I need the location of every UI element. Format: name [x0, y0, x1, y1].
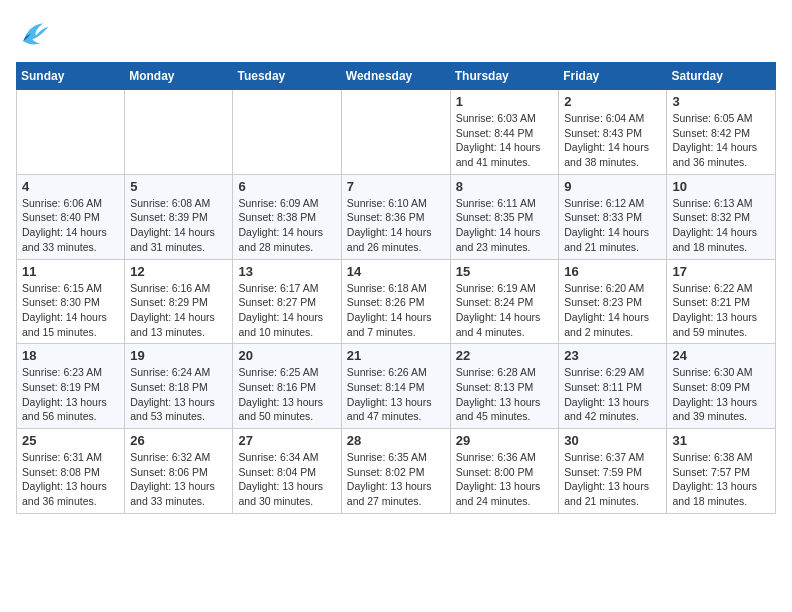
- calendar-cell: 28Sunrise: 6:35 AM Sunset: 8:02 PM Dayli…: [341, 429, 450, 514]
- calendar-cell: 13Sunrise: 6:17 AM Sunset: 8:27 PM Dayli…: [233, 259, 341, 344]
- day-info: Sunrise: 6:05 AM Sunset: 8:42 PM Dayligh…: [672, 111, 770, 170]
- day-number: 31: [672, 433, 770, 448]
- calendar-cell: [125, 90, 233, 175]
- calendar-cell: 5Sunrise: 6:08 AM Sunset: 8:39 PM Daylig…: [125, 174, 233, 259]
- day-info: Sunrise: 6:31 AM Sunset: 8:08 PM Dayligh…: [22, 450, 119, 509]
- weekday-header-monday: Monday: [125, 63, 233, 90]
- day-info: Sunrise: 6:28 AM Sunset: 8:13 PM Dayligh…: [456, 365, 554, 424]
- calendar-cell: 21Sunrise: 6:26 AM Sunset: 8:14 PM Dayli…: [341, 344, 450, 429]
- day-number: 16: [564, 264, 661, 279]
- day-number: 1: [456, 94, 554, 109]
- day-number: 10: [672, 179, 770, 194]
- day-info: Sunrise: 6:04 AM Sunset: 8:43 PM Dayligh…: [564, 111, 661, 170]
- weekday-header-tuesday: Tuesday: [233, 63, 341, 90]
- day-number: 24: [672, 348, 770, 363]
- weekday-header-sunday: Sunday: [17, 63, 125, 90]
- day-info: Sunrise: 6:29 AM Sunset: 8:11 PM Dayligh…: [564, 365, 661, 424]
- page-header: [16, 16, 776, 52]
- day-info: Sunrise: 6:30 AM Sunset: 8:09 PM Dayligh…: [672, 365, 770, 424]
- calendar-week-row: 11Sunrise: 6:15 AM Sunset: 8:30 PM Dayli…: [17, 259, 776, 344]
- day-info: Sunrise: 6:12 AM Sunset: 8:33 PM Dayligh…: [564, 196, 661, 255]
- weekday-header-friday: Friday: [559, 63, 667, 90]
- logo: [16, 16, 56, 52]
- calendar-cell: 7Sunrise: 6:10 AM Sunset: 8:36 PM Daylig…: [341, 174, 450, 259]
- calendar-cell: 15Sunrise: 6:19 AM Sunset: 8:24 PM Dayli…: [450, 259, 559, 344]
- calendar-cell: [17, 90, 125, 175]
- day-number: 5: [130, 179, 227, 194]
- calendar-cell: 8Sunrise: 6:11 AM Sunset: 8:35 PM Daylig…: [450, 174, 559, 259]
- day-info: Sunrise: 6:09 AM Sunset: 8:38 PM Dayligh…: [238, 196, 335, 255]
- calendar-cell: 16Sunrise: 6:20 AM Sunset: 8:23 PM Dayli…: [559, 259, 667, 344]
- day-info: Sunrise: 6:22 AM Sunset: 8:21 PM Dayligh…: [672, 281, 770, 340]
- calendar-week-row: 25Sunrise: 6:31 AM Sunset: 8:08 PM Dayli…: [17, 429, 776, 514]
- day-number: 26: [130, 433, 227, 448]
- day-number: 4: [22, 179, 119, 194]
- day-number: 18: [22, 348, 119, 363]
- day-info: Sunrise: 6:18 AM Sunset: 8:26 PM Dayligh…: [347, 281, 445, 340]
- day-number: 20: [238, 348, 335, 363]
- calendar-cell: 17Sunrise: 6:22 AM Sunset: 8:21 PM Dayli…: [667, 259, 776, 344]
- day-number: 22: [456, 348, 554, 363]
- day-number: 12: [130, 264, 227, 279]
- day-info: Sunrise: 6:36 AM Sunset: 8:00 PM Dayligh…: [456, 450, 554, 509]
- weekday-header-row: SundayMondayTuesdayWednesdayThursdayFrid…: [17, 63, 776, 90]
- calendar-cell: 4Sunrise: 6:06 AM Sunset: 8:40 PM Daylig…: [17, 174, 125, 259]
- day-info: Sunrise: 6:10 AM Sunset: 8:36 PM Dayligh…: [347, 196, 445, 255]
- day-number: 29: [456, 433, 554, 448]
- day-info: Sunrise: 6:16 AM Sunset: 8:29 PM Dayligh…: [130, 281, 227, 340]
- logo-icon: [16, 16, 52, 52]
- day-number: 9: [564, 179, 661, 194]
- calendar-cell: 18Sunrise: 6:23 AM Sunset: 8:19 PM Dayli…: [17, 344, 125, 429]
- day-number: 8: [456, 179, 554, 194]
- day-info: Sunrise: 6:26 AM Sunset: 8:14 PM Dayligh…: [347, 365, 445, 424]
- calendar-week-row: 1Sunrise: 6:03 AM Sunset: 8:44 PM Daylig…: [17, 90, 776, 175]
- calendar-cell: 10Sunrise: 6:13 AM Sunset: 8:32 PM Dayli…: [667, 174, 776, 259]
- day-number: 13: [238, 264, 335, 279]
- calendar-cell: 11Sunrise: 6:15 AM Sunset: 8:30 PM Dayli…: [17, 259, 125, 344]
- day-info: Sunrise: 6:08 AM Sunset: 8:39 PM Dayligh…: [130, 196, 227, 255]
- day-info: Sunrise: 6:38 AM Sunset: 7:57 PM Dayligh…: [672, 450, 770, 509]
- day-number: 19: [130, 348, 227, 363]
- calendar-cell: 1Sunrise: 6:03 AM Sunset: 8:44 PM Daylig…: [450, 90, 559, 175]
- day-info: Sunrise: 6:32 AM Sunset: 8:06 PM Dayligh…: [130, 450, 227, 509]
- day-info: Sunrise: 6:13 AM Sunset: 8:32 PM Dayligh…: [672, 196, 770, 255]
- day-number: 11: [22, 264, 119, 279]
- calendar-cell: 24Sunrise: 6:30 AM Sunset: 8:09 PM Dayli…: [667, 344, 776, 429]
- calendar-cell: 26Sunrise: 6:32 AM Sunset: 8:06 PM Dayli…: [125, 429, 233, 514]
- calendar-cell: 23Sunrise: 6:29 AM Sunset: 8:11 PM Dayli…: [559, 344, 667, 429]
- calendar-cell: 6Sunrise: 6:09 AM Sunset: 8:38 PM Daylig…: [233, 174, 341, 259]
- day-info: Sunrise: 6:34 AM Sunset: 8:04 PM Dayligh…: [238, 450, 335, 509]
- calendar-cell: [233, 90, 341, 175]
- day-info: Sunrise: 6:03 AM Sunset: 8:44 PM Dayligh…: [456, 111, 554, 170]
- calendar-cell: 27Sunrise: 6:34 AM Sunset: 8:04 PM Dayli…: [233, 429, 341, 514]
- calendar-cell: 20Sunrise: 6:25 AM Sunset: 8:16 PM Dayli…: [233, 344, 341, 429]
- day-number: 7: [347, 179, 445, 194]
- day-number: 23: [564, 348, 661, 363]
- calendar-cell: 12Sunrise: 6:16 AM Sunset: 8:29 PM Dayli…: [125, 259, 233, 344]
- day-info: Sunrise: 6:24 AM Sunset: 8:18 PM Dayligh…: [130, 365, 227, 424]
- day-info: Sunrise: 6:15 AM Sunset: 8:30 PM Dayligh…: [22, 281, 119, 340]
- day-number: 15: [456, 264, 554, 279]
- day-number: 28: [347, 433, 445, 448]
- day-info: Sunrise: 6:37 AM Sunset: 7:59 PM Dayligh…: [564, 450, 661, 509]
- day-number: 17: [672, 264, 770, 279]
- day-info: Sunrise: 6:20 AM Sunset: 8:23 PM Dayligh…: [564, 281, 661, 340]
- day-info: Sunrise: 6:19 AM Sunset: 8:24 PM Dayligh…: [456, 281, 554, 340]
- calendar-cell: 31Sunrise: 6:38 AM Sunset: 7:57 PM Dayli…: [667, 429, 776, 514]
- calendar-cell: 14Sunrise: 6:18 AM Sunset: 8:26 PM Dayli…: [341, 259, 450, 344]
- day-number: 14: [347, 264, 445, 279]
- day-number: 27: [238, 433, 335, 448]
- day-number: 25: [22, 433, 119, 448]
- calendar-cell: 22Sunrise: 6:28 AM Sunset: 8:13 PM Dayli…: [450, 344, 559, 429]
- calendar-cell: 25Sunrise: 6:31 AM Sunset: 8:08 PM Dayli…: [17, 429, 125, 514]
- day-info: Sunrise: 6:17 AM Sunset: 8:27 PM Dayligh…: [238, 281, 335, 340]
- day-info: Sunrise: 6:11 AM Sunset: 8:35 PM Dayligh…: [456, 196, 554, 255]
- day-info: Sunrise: 6:35 AM Sunset: 8:02 PM Dayligh…: [347, 450, 445, 509]
- calendar-cell: 29Sunrise: 6:36 AM Sunset: 8:00 PM Dayli…: [450, 429, 559, 514]
- day-number: 6: [238, 179, 335, 194]
- calendar-cell: 9Sunrise: 6:12 AM Sunset: 8:33 PM Daylig…: [559, 174, 667, 259]
- calendar-week-row: 18Sunrise: 6:23 AM Sunset: 8:19 PM Dayli…: [17, 344, 776, 429]
- weekday-header-wednesday: Wednesday: [341, 63, 450, 90]
- calendar-cell: 2Sunrise: 6:04 AM Sunset: 8:43 PM Daylig…: [559, 90, 667, 175]
- day-info: Sunrise: 6:25 AM Sunset: 8:16 PM Dayligh…: [238, 365, 335, 424]
